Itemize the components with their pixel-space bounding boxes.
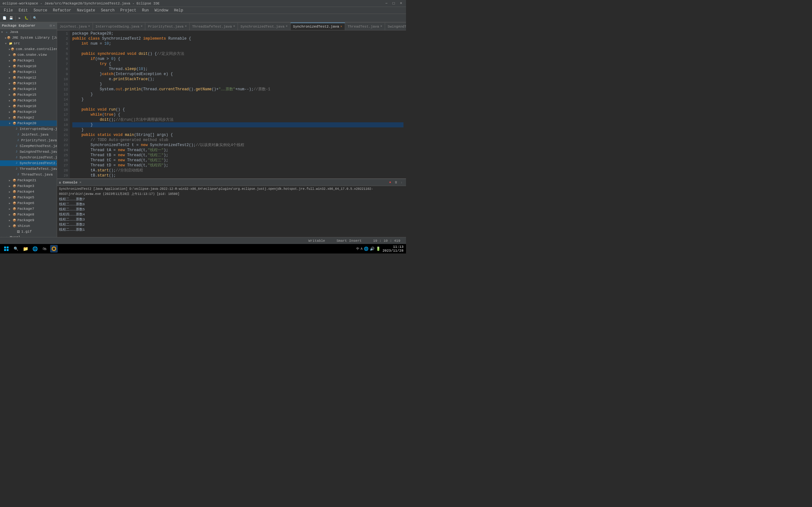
sidebar-item-jre[interactable]: ▶ 📦 JRE System Library [JavaSE-11] — [0, 35, 57, 41]
sidebar-item-pkg8[interactable]: ▶ 📦 Package8 — [0, 212, 57, 217]
sidebar-item-mysql[interactable]: ▶ ☕ Mysql — [0, 234, 57, 237]
menu-item-file[interactable]: File — [1, 8, 15, 13]
toolbar-run[interactable]: ▶ — [16, 15, 23, 21]
sidebar-item-pkg15[interactable]: ▶ 📦 Package15 — [0, 92, 57, 98]
sidebar-item-sync2[interactable]: ▶ J SynchronizedTest2.java — [0, 160, 57, 166]
line-number-15: 15 — [57, 102, 68, 107]
close-button[interactable]: × — [399, 1, 403, 6]
sidebar-item-pkg4[interactable]: ▶ 📦 Package4 — [0, 189, 57, 194]
sidebar-item-pkg11[interactable]: ▶ 📦 Package11 — [0, 69, 57, 75]
file-explorer-btn[interactable]: 📁 — [21, 245, 29, 252]
sidebar-item-pkg14[interactable]: ▶ 📦 Package14 — [0, 86, 57, 92]
minimize-button[interactable]: − — [384, 1, 389, 6]
tab-jointest-close[interactable]: × — [88, 25, 90, 28]
swing-label: SwingAndThread.java — [20, 150, 57, 154]
sidebar-item-pkg21[interactable]: ▶ 📦 Package21 — [0, 177, 57, 183]
sidebar-item-pkg5[interactable]: ▶ 📦 Package5 — [0, 194, 57, 200]
sidebar-item-pkg7[interactable]: ▶ 📦 Package7 — [0, 206, 57, 212]
menu-item-search[interactable]: Search — [98, 8, 117, 13]
network-icon[interactable]: 🌐 — [364, 246, 368, 251]
sidebar-item-pkg20[interactable]: ▼ 📦 Package20 — [0, 120, 57, 126]
store-btn[interactable]: 🛍 — [41, 245, 48, 252]
tab-interrupted-label: InterruptedSwing.java — [96, 25, 140, 29]
toolbar-save[interactable]: 💾 — [8, 15, 14, 21]
sidebar-item-threadsafe[interactable]: ▶ J ThreadSafeTest.java — [0, 166, 57, 172]
sidebar-item-pkg1[interactable]: ▶ 📦 Package1 — [0, 58, 57, 63]
sidebar-item-pkg13[interactable]: ▶ 📦 Package13 — [0, 80, 57, 86]
code-line-5: public synchronized void doit() {//定义同步方… — [72, 51, 403, 56]
menu-item-source[interactable]: Source — [31, 8, 50, 13]
menu-item-help[interactable]: Help — [171, 8, 186, 13]
start-button[interactable] — [3, 245, 10, 252]
code-content[interactable]: package Package20;public class Synchroni… — [70, 31, 406, 178]
tab-threadtest[interactable]: ThreadTest.java × — [345, 22, 385, 30]
sidebar-item-pkg2[interactable]: ▶ 📦 Package2 — [0, 115, 57, 120]
tab-swing[interactable]: SwingAndThread.java × — [385, 22, 406, 30]
tab-sync1[interactable]: SynchronizedTest.java × — [238, 22, 291, 30]
sidebar-item-pkg19[interactable]: ▶ 📦 Package19 — [0, 109, 57, 115]
pkg-icon-11: 📦 — [12, 70, 16, 74]
tab-sync2[interactable]: SynchronizedTest2.java × — [291, 22, 345, 30]
sidebar-item-priority[interactable]: ▶ J PriorityTest.java — [0, 137, 57, 143]
toolbar-debug[interactable]: 🐛 — [23, 15, 30, 21]
system-clock[interactable]: 11:13 2023/11/28 — [383, 245, 403, 252]
sidebar-item-pkg16[interactable]: ▶ 📦 Package16 — [0, 98, 57, 103]
tab-priority[interactable]: PriorityTest.java × — [145, 22, 189, 30]
tab-sync1-close[interactable]: × — [286, 25, 288, 28]
sidebar-item-pkg9[interactable]: ▶ 📦 Package9 — [0, 217, 57, 223]
maximize-button[interactable]: □ — [392, 1, 396, 6]
sidebar-item-shixun[interactable]: ▶ 📦 shixun — [0, 223, 57, 229]
toolbar-new[interactable]: 📄 — [1, 15, 8, 21]
browser-btn[interactable]: 🌐 — [31, 245, 39, 252]
sidebar-item-pkg3[interactable]: ▶ 📦 Package3 — [0, 183, 57, 189]
sidebar-menu-btn[interactable]: ▾ — [53, 24, 55, 27]
tab-threadsafe[interactable]: ThreadSafeTest.java × — [190, 22, 238, 30]
sidebar-item-pkg18[interactable]: ▶ 📦 Package18 — [0, 103, 57, 109]
code-editor[interactable]: 1234567891011121314151617181920212223242… — [57, 31, 406, 178]
sidebar-item-snake-view[interactable]: ▶ 📦 com.snake.view — [0, 52, 57, 58]
sidebar-item-sleep[interactable]: ▶ J SleepMethodTest.java — [0, 143, 57, 149]
tab-jointest[interactable]: JoinTest.java × — [57, 22, 93, 30]
tab-interrupted-close[interactable]: × — [141, 25, 142, 28]
tab-sync2-close[interactable]: × — [340, 25, 342, 29]
console-close-btn[interactable]: × — [79, 181, 82, 184]
console-scroll-btn[interactable]: ↓ — [399, 180, 404, 185]
code-line-13: } — [72, 92, 403, 97]
sidebar-item-pkg12[interactable]: ▶ 📦 Package12 — [0, 75, 57, 80]
keyboard-icon[interactable]: A — [361, 247, 362, 250]
battery-icon[interactable]: 🔋 — [376, 246, 380, 251]
sidebar-item-swing[interactable]: ▶ J SwingAndThread.java — [0, 149, 57, 155]
volume-icon[interactable]: 🔊 — [370, 246, 374, 251]
console-stop-btn[interactable]: ■ — [388, 180, 393, 185]
sidebar-item-snake-ctrl[interactable]: ▶ 📦 com.snake.controller — [0, 46, 57, 52]
ime-icon[interactable]: 中 — [356, 246, 359, 251]
sidebar-item-src[interactable]: ▼ 📁 src — [0, 41, 57, 46]
taskbar-right: 中 A 🌐 🔊 🔋 11:13 2023/11/28 — [356, 245, 403, 252]
titlebar-controls: − □ × — [384, 1, 403, 6]
sidebar-item-interrupted[interactable]: ▶ J InterruptedSwing.java — [0, 126, 57, 132]
sidebar-item-pkg6[interactable]: ▶ 📦 Package6 — [0, 200, 57, 206]
menu-item-run[interactable]: Run — [140, 8, 152, 13]
search-taskbar-btn[interactable]: 🔍 — [12, 245, 20, 252]
menu-item-window[interactable]: Window — [152, 8, 171, 13]
sidebar-item-sync1[interactable]: ▶ J SynchronizedTest.java — [0, 155, 57, 160]
sidebar-item-jointest[interactable]: ▶ J JoinTest.java — [0, 132, 57, 137]
tab-threadsafe-close[interactable]: × — [233, 25, 235, 28]
sidebar-item-gif[interactable]: ▶ 🖼 1.gif — [0, 229, 57, 234]
sidebar-item-threadtest[interactable]: ▶ J ThreadTest.java — [0, 172, 57, 177]
sidebar-item-pkg10[interactable]: ▶ 📦 Package10 — [0, 63, 57, 69]
tab-interrupted[interactable]: InterruptedSwing.java × — [93, 22, 146, 30]
tab-priority-close[interactable]: × — [185, 25, 187, 28]
tab-threadtest-close[interactable]: × — [380, 25, 382, 28]
menu-item-project[interactable]: Project — [118, 8, 139, 13]
eclipse-taskbar-btn[interactable] — [50, 245, 58, 252]
src-label: src — [14, 42, 20, 45]
menu-item-refactor[interactable]: Refactor — [50, 8, 74, 13]
sidebar-collapse-btn[interactable]: ⊟ — [50, 24, 52, 27]
console-clear-btn[interactable]: 🗑 — [393, 180, 398, 185]
sidebar-item-java[interactable]: ▼ ☕ Java — [0, 29, 57, 35]
menu-item-navigate[interactable]: Navigate — [74, 8, 98, 13]
line-number-5: 5 — [57, 51, 68, 56]
toolbar-search[interactable]: 🔍 — [32, 15, 38, 21]
menu-item-edit[interactable]: Edit — [16, 8, 31, 13]
